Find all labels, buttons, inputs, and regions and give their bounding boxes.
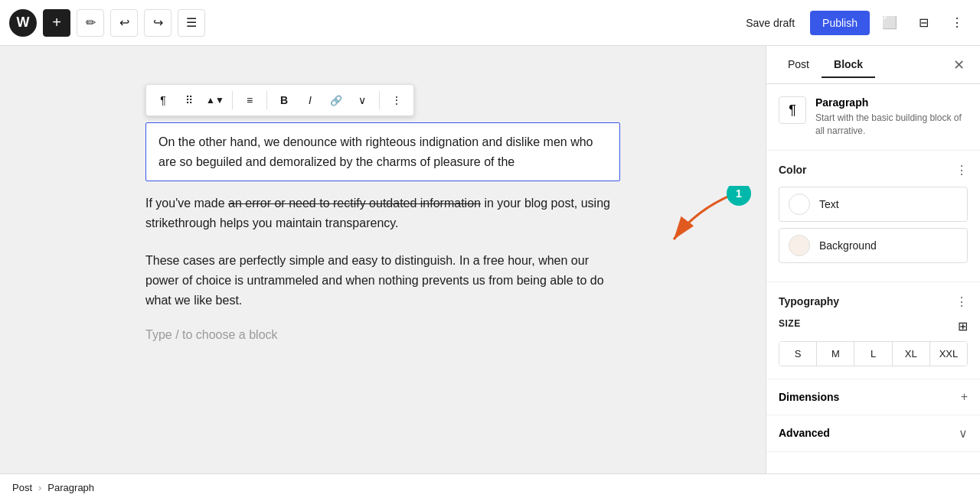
color-section: Color ⋮ Text Background (766, 151, 980, 282)
advanced-title: Advanced (779, 427, 830, 439)
filter-icon: ⊞ (958, 320, 968, 333)
undo-icon: ↩ (119, 15, 129, 30)
size-buttons-group: S M L XL XXL (779, 341, 968, 366)
more-icon: ⋮ (951, 15, 963, 30)
paragraph-icon: ¶ (160, 94, 166, 106)
settings-icon: ⊟ (919, 15, 929, 30)
redo-icon: ↪ (153, 15, 163, 30)
list-view-button[interactable]: ☰ (178, 9, 205, 37)
annotation-wrapper: If you've made an error or need to recti… (145, 194, 620, 233)
chevron-down-icon: ∨ (959, 426, 968, 441)
main-layout: ¶ ⠿ ▲▼ ≡ B I 🔗 (0, 46, 980, 473)
typography-section: Typography ⋮ SIZE ⊞ S M L XL XXL (766, 282, 980, 379)
link-icon: 🔗 (330, 95, 342, 106)
text-color-circle (789, 194, 810, 215)
advanced-section[interactable]: Advanced ∨ (766, 415, 980, 452)
redo-button[interactable]: ↪ (144, 9, 172, 37)
typography-section-header: Typography ⋮ (779, 294, 968, 309)
align-icon: ≡ (247, 94, 253, 106)
size-xl-button[interactable]: XL (893, 342, 930, 366)
typography-menu-button[interactable]: ⋮ (956, 294, 968, 309)
block-type-icon: ¶ (779, 96, 806, 124)
text-color-label: Text (819, 198, 839, 210)
wp-logo[interactable]: W (9, 9, 37, 37)
breadcrumb-post[interactable]: Post (12, 482, 32, 493)
settings-button[interactable]: ⊟ (910, 9, 937, 37)
plus-icon: + (961, 390, 968, 404)
italic-button[interactable]: I (298, 88, 322, 112)
drag-icon: ⠿ (185, 94, 193, 106)
bold-button[interactable]: B (272, 88, 296, 112)
placeholder-text[interactable]: Type / to choose a block (145, 328, 620, 342)
breadcrumb: Post › Paragraph (0, 473, 980, 501)
dimensions-section[interactable]: Dimensions + (766, 379, 980, 415)
undo-button[interactable]: ↩ (110, 9, 138, 37)
color-section-title: Color (779, 164, 807, 176)
more-dots-icon: ⋮ (391, 94, 402, 106)
background-color-label: Background (819, 239, 877, 252)
tab-block[interactable]: Block (822, 52, 875, 78)
editor-content: ¶ ⠿ ▲▼ ≡ B I 🔗 (145, 76, 620, 342)
tools-icon: ✏ (86, 15, 96, 30)
align-button[interactable]: ≡ (237, 88, 262, 112)
svg-text:1: 1 (736, 187, 742, 200)
svg-point-1 (727, 186, 751, 206)
size-label: SIZE (779, 318, 801, 329)
breadcrumb-separator: › (38, 482, 41, 493)
publish-button[interactable]: Publish (810, 11, 870, 35)
toolbar-divider-1 (232, 91, 233, 109)
background-color-option[interactable]: Background (779, 228, 968, 263)
size-xxl-button[interactable]: XXL (930, 342, 967, 366)
block-more-options[interactable]: ⋮ (384, 88, 409, 112)
sidebar: Post Block ✕ ¶ Paragraph Start with the … (766, 46, 980, 473)
block-name-label: Paragraph (815, 96, 968, 109)
tools-button[interactable]: ✏ (77, 9, 104, 37)
size-s-button[interactable]: S (779, 342, 817, 366)
move-block-button[interactable]: ▲▼ (203, 88, 227, 112)
drag-handle[interactable]: ⠿ (177, 88, 201, 112)
typography-title: Typography (779, 295, 839, 307)
block-description: Start with the basic building block of a… (815, 112, 968, 138)
block-info: ¶ Paragraph Start with the basic buildin… (766, 84, 980, 151)
top-bar: W + ✏ ↩ ↪ ☰ Save draft Publish ⬜ ⊟ ⋮ (0, 0, 980, 46)
close-sidebar-button[interactable]: ✕ (946, 53, 971, 77)
toolbar-divider-2 (266, 91, 267, 109)
text-color-option[interactable]: Text (779, 187, 968, 222)
annotation-arrow: 1 (635, 186, 758, 262)
breadcrumb-paragraph[interactable]: Paragraph (47, 482, 94, 493)
move-icon: ▲▼ (206, 95, 224, 106)
more-rich-text-button[interactable]: ∨ (350, 88, 374, 112)
toolbar-divider-3 (379, 91, 380, 109)
dimensions-title: Dimensions (779, 391, 839, 403)
size-filter-button[interactable]: ⊞ (958, 319, 968, 333)
paragraph-text-2[interactable]: If you've made an error or need to recti… (145, 194, 620, 233)
paragraph-text-1[interactable]: On the other hand, we denounce with righ… (145, 122, 620, 181)
sidebar-tabs: Post Block ✕ (766, 46, 980, 84)
more-options-button[interactable]: ⋮ (943, 9, 971, 37)
view-icon: ⬜ (882, 15, 897, 30)
color-section-header: Color ⋮ (779, 163, 968, 177)
size-l-button[interactable]: L (854, 342, 892, 366)
size-m-button[interactable]: M (817, 342, 854, 366)
tab-post[interactable]: Post (776, 52, 822, 78)
editor-area: ¶ ⠿ ▲▼ ≡ B I 🔗 (0, 46, 766, 473)
strikethrough-text: an error or need to rectify outdated inf… (228, 197, 481, 210)
add-block-button[interactable]: + (43, 9, 70, 37)
view-button[interactable]: ⬜ (876, 9, 903, 37)
paragraph-text-3[interactable]: These cases are perfectly simple and eas… (145, 251, 620, 310)
background-color-circle (789, 235, 810, 256)
paragraph-type-button[interactable]: ¶ (151, 88, 175, 112)
chevron-down-icon: ∨ (358, 94, 366, 106)
block-toolbar: ¶ ⠿ ▲▼ ≡ B I 🔗 (145, 84, 414, 116)
paragraph-block-1[interactable]: ¶ ⠿ ▲▼ ≡ B I 🔗 (145, 122, 620, 181)
list-icon: ☰ (186, 15, 197, 30)
save-draft-button[interactable]: Save draft (737, 11, 804, 35)
color-section-menu-button[interactable]: ⋮ (956, 163, 968, 177)
link-button[interactable]: 🔗 (324, 88, 348, 112)
